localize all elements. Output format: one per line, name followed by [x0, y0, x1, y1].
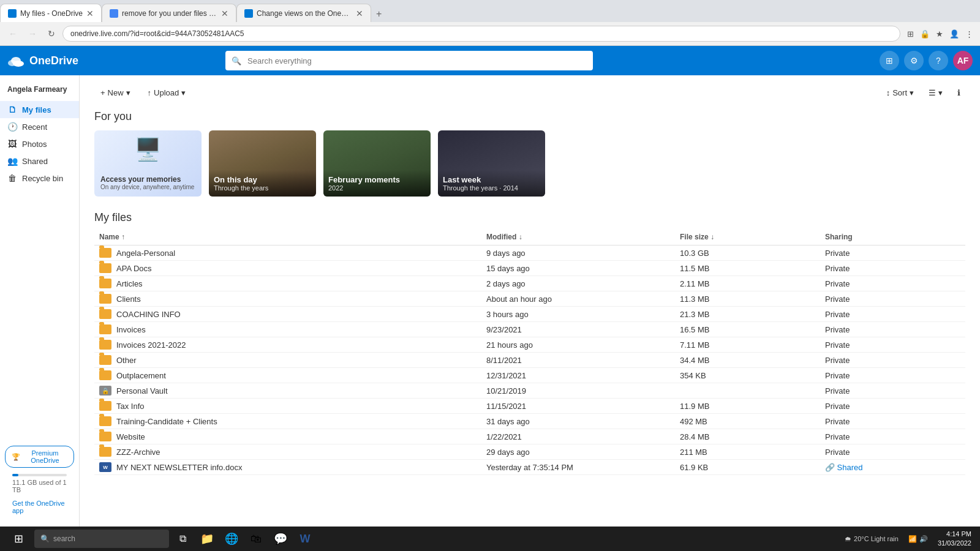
word-icon[interactable]: W — [294, 528, 316, 550]
taskbar-clock[interactable]: 4:14 PM 31/03/2022 — [934, 530, 975, 549]
sidebar-item-recyclebin[interactable]: 🗑 Recycle bin — [0, 170, 79, 187]
feb-moments-card[interactable]: February moments 2022 — [323, 130, 431, 197]
new-tab-button[interactable]: + — [371, 6, 386, 22]
sidebar-item-photos-label: Photos — [22, 140, 47, 149]
sharing-link: 🔗 Shared — [825, 463, 960, 472]
avatar[interactable]: AF — [953, 51, 973, 70]
table-row[interactable]: 🔒 Personal Vault 10/21/2019 Private — [94, 383, 965, 399]
view-button[interactable]: ☰ ▾ — [924, 85, 948, 100]
profile-icon[interactable]: 👤 — [948, 28, 960, 40]
tab-1[interactable]: My files - OneDrive ✕ — [0, 4, 102, 22]
sidebar-item-shared[interactable]: 👥 Shared — [0, 152, 79, 170]
network-icon[interactable]: 📶 — [908, 535, 917, 543]
folder-icon — [99, 263, 111, 273]
sidebar-item-recyclebin-label: Recycle bin — [22, 174, 63, 183]
sidebar: Angela Farmeary 🗋 My files 🕐 Recent 🖼 Ph… — [0, 75, 80, 527]
on-this-day-overlay: On this day Through the years — [209, 170, 316, 197]
get-app-link[interactable]: Get the OneDrive app — [5, 497, 74, 517]
sidebar-item-photos[interactable]: 🖼 Photos — [0, 135, 79, 152]
new-button[interactable]: + New ▾ — [94, 85, 137, 100]
start-button[interactable]: ⊞ — [5, 527, 32, 551]
folder-icon — [99, 416, 111, 426]
waffle-button[interactable]: ⊞ — [880, 51, 899, 70]
task-view-icon[interactable]: ⧉ — [172, 528, 194, 550]
storage-info: 11.1 GB used of 1 TB — [5, 468, 74, 497]
file-size: 7.11 MB — [675, 337, 820, 353]
col-sharing[interactable]: Sharing — [820, 229, 965, 246]
sort-button[interactable]: ↕ Sort ▾ — [881, 85, 919, 100]
weather-text: 20°C Light rain — [854, 535, 899, 542]
cards-row: 🖥️ Access your memories On any device, a… — [94, 130, 965, 197]
file-size: 61.9 KB — [675, 460, 820, 475]
address-bar-input[interactable] — [62, 26, 900, 42]
access-memories-card[interactable]: 🖥️ Access your memories On any device, a… — [94, 130, 202, 197]
sidebar-user: Angela Farmeary — [0, 80, 79, 101]
extension-icon-3[interactable]: ★ — [933, 28, 946, 40]
sidebar-item-recent[interactable]: 🕐 Recent — [0, 118, 79, 135]
table-row[interactable]: Website 1/22/2021 28.4 MB Private — [94, 429, 965, 444]
last-week-card[interactable]: Last week Through the years · 2014 — [438, 130, 545, 197]
file-name: Clients — [116, 294, 141, 304]
sharing-private: Private — [825, 325, 850, 334]
file-sharing: Private — [820, 276, 965, 291]
upload-button[interactable]: ↑ Upload ▾ — [141, 85, 192, 100]
search-input[interactable] — [225, 51, 593, 70]
storage-bar — [12, 474, 67, 476]
store-icon[interactable]: 🛍 — [245, 528, 267, 550]
table-row[interactable]: ZZZ-Archive 29 days ago 211 MB Private — [94, 444, 965, 460]
browser-icons: ⊞ 🔒 ★ 👤 ⋮ — [904, 28, 975, 40]
teams-icon[interactable]: 💬 — [270, 528, 292, 550]
file-name-cell: Outplacement — [94, 368, 481, 383]
sidebar-item-shared-label: Shared — [22, 157, 48, 166]
table-row[interactable]: Invoices 2021-2022 21 hours ago 7.11 MB … — [94, 337, 965, 353]
sidebar-item-myfiles[interactable]: 🗋 My files — [0, 101, 79, 118]
sidebar-item-recent-label: Recent — [22, 122, 47, 132]
table-row[interactable]: COACHING INFO 3 hours ago 21.3 MB Privat… — [94, 307, 965, 322]
table-row[interactable]: W MY NEXT NEWSLETTER info.docx Yesterday… — [94, 460, 965, 475]
taskbar-right: 🌧 20°C Light rain 📶 🔊 4:14 PM 31/03/2022 — [841, 530, 975, 549]
table-row[interactable]: Training-Candidate + Clients 31 days ago… — [94, 414, 965, 429]
file-modified: 8/11/2021 — [481, 353, 675, 368]
tab-2[interactable]: remove for you under files in or... ✕ — [102, 4, 236, 22]
taskbar-search[interactable]: 🔍 search — [34, 530, 169, 548]
reload-button[interactable]: ↻ — [44, 26, 59, 41]
col-modified[interactable]: Modified ↓ — [481, 229, 675, 246]
table-row[interactable]: Angela-Personal 9 days ago 10.3 GB Priva… — [94, 246, 965, 261]
premium-button[interactable]: 🏆 Premium OneDrive — [5, 446, 74, 468]
tab-3[interactable]: Change views on the OneDrive ... ✕ — [236, 4, 371, 22]
settings-dots-icon[interactable]: ⋮ — [963, 28, 975, 40]
table-row[interactable]: Outplacement 12/31/2021 354 KB Private — [94, 368, 965, 383]
forward-button[interactable]: → — [24, 26, 40, 41]
edge-icon[interactable]: 🌐 — [221, 528, 243, 550]
table-row[interactable]: Articles 2 days ago 2.11 MB Private — [94, 276, 965, 291]
info-button[interactable]: ℹ — [952, 85, 965, 100]
file-sharing: Private — [820, 322, 965, 337]
table-row[interactable]: Invoices 9/23/2021 16.5 MB Private — [94, 322, 965, 337]
file-name-cell: W MY NEXT NEWSLETTER info.docx — [94, 460, 481, 475]
col-size[interactable]: File size ↓ — [675, 229, 820, 246]
table-row[interactable]: Clients About an hour ago 11.3 MB Privat… — [94, 291, 965, 307]
help-button[interactable]: ? — [929, 51, 948, 70]
back-button[interactable]: ← — [5, 26, 21, 41]
folder-icon — [99, 340, 111, 350]
my-files-title: My files — [94, 211, 965, 224]
volume-icon[interactable]: 🔊 — [919, 535, 928, 543]
col-name[interactable]: Name ↑ — [94, 229, 481, 246]
file-name-cell: APA Docs — [94, 261, 481, 276]
search-bar: 🔍 — [225, 51, 593, 70]
table-row[interactable]: Tax Info 11/15/2021 11.9 MB Private — [94, 399, 965, 414]
tab-3-close[interactable]: ✕ — [356, 9, 363, 18]
file-size: 28.4 MB — [675, 429, 820, 444]
extension-icon-2[interactable]: 🔒 — [919, 28, 931, 40]
on-this-day-card[interactable]: On this day Through the years — [209, 130, 316, 197]
extension-icon-1[interactable]: ⊞ — [904, 28, 916, 40]
tab-2-close[interactable]: ✕ — [221, 9, 228, 18]
file-name: ZZZ-Archive — [116, 448, 160, 457]
table-row[interactable]: Other 8/11/2021 34.4 MB Private — [94, 353, 965, 368]
premium-label: Premium OneDrive — [23, 449, 67, 464]
settings-button[interactable]: ⚙ — [904, 51, 924, 70]
tab-1-close[interactable]: ✕ — [86, 9, 94, 18]
explorer-icon[interactable]: 📁 — [196, 528, 218, 550]
file-modified: 2 days ago — [481, 276, 675, 291]
table-row[interactable]: APA Docs 15 days ago 11.5 MB Private — [94, 261, 965, 276]
